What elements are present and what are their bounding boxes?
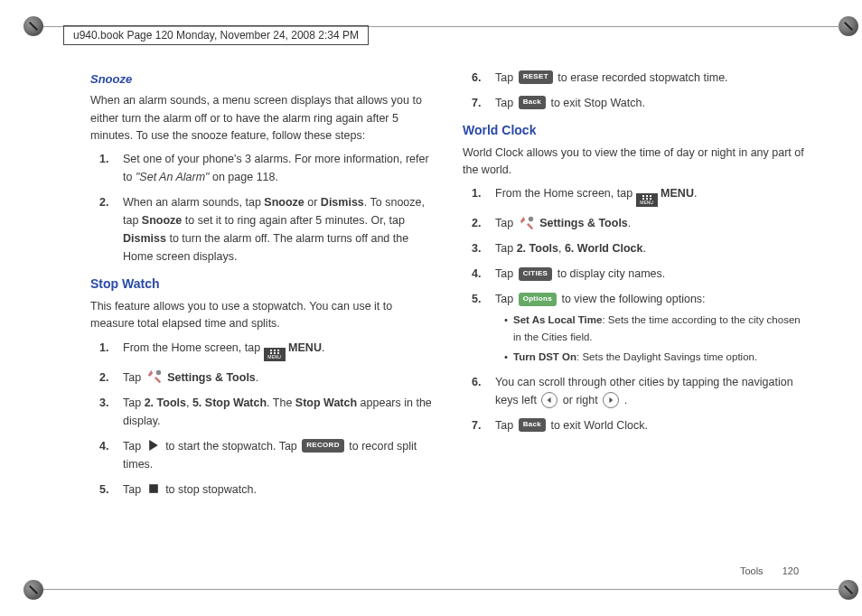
menu-icon: MENU: [636, 193, 658, 207]
text: to turn the alarm off. The alarm turns o…: [123, 232, 408, 263]
text: on page 118.: [210, 171, 278, 183]
options-bullets: Set As Local Time: Sets the time accordi…: [495, 312, 808, 365]
text: Tap: [123, 371, 145, 384]
list-item: 6. Tap RESET to erase recorded stopwatch…: [479, 69, 808, 87]
text: ,: [186, 397, 192, 409]
nav-left-icon: [541, 392, 557, 408]
stopwatch-intro: This feature allows you to use a stopwat…: [90, 298, 436, 333]
stopwatch-steps-cont: 6. Tap RESET to erase recorded stopwatch…: [463, 69, 808, 112]
heading-worldclock: World Clock: [463, 121, 808, 141]
text: to exit Stop Watch.: [550, 97, 644, 109]
page-number: 120: [782, 565, 799, 576]
crop-mark-icon: [839, 16, 858, 36]
list-item: 1. From the Home screen, tap MENU MENU.: [479, 184, 808, 207]
bold: Stop Watch: [295, 397, 357, 409]
text: You can scroll through other cities by t…: [495, 376, 793, 406]
bold: Set As Local Time: [513, 314, 602, 325]
text: Tap: [123, 440, 145, 453]
back-key-icon: Back: [519, 96, 546, 109]
crop-mark-icon: [839, 580, 858, 600]
text: to view the following options:: [561, 293, 705, 305]
text: to display city names.: [557, 267, 666, 280]
text: : Sets the Daylight Savings time option.: [576, 351, 757, 362]
text: to start the stopwatch. Tap: [165, 440, 300, 453]
text: to erase recorded stopwatch time.: [557, 71, 727, 84]
text: From the Home screen, tap: [495, 187, 636, 200]
ref-italic: "Set An Alarm": [136, 171, 210, 183]
worldclock-intro: World Clock allows you to view the time …: [463, 145, 808, 180]
settings-tools-icon: [146, 369, 163, 385]
text: Tap: [495, 293, 517, 305]
crop-mark-icon: [23, 580, 43, 600]
list-item: 4. Tap to start the stopwatch. Tap RECOR…: [107, 437, 436, 473]
snooze-steps: 1. Set one of your phone's 3 alarms. For…: [90, 150, 436, 266]
text: to set it to ring again after 5 minutes.…: [182, 214, 405, 227]
list-item: 7. Tap Back to exit Stop Watch.: [479, 94, 808, 112]
text: From the Home screen, tap: [123, 341, 264, 354]
text: Tap: [123, 397, 145, 409]
list-item: 5. Tap to stop stopwatch.: [107, 481, 436, 499]
bold: Dismiss: [123, 232, 166, 245]
reset-key-icon: RESET: [519, 70, 553, 84]
text: or right: [563, 394, 601, 406]
column-left: Snooze When an alarm sounds, a menu scre…: [90, 65, 436, 562]
bold: MENU: [288, 341, 322, 354]
list-item: 6. You can scroll through other cities b…: [479, 373, 808, 409]
bold: 6. World Clock: [565, 242, 643, 255]
text: Tap: [495, 97, 517, 109]
stopwatch-steps: 1. From the Home screen, tap MENU MENU. …: [90, 339, 436, 499]
settings-tools-icon: [519, 215, 535, 231]
list-item: 2. When an alarm sounds, tap Snooze or D…: [107, 193, 436, 266]
text: Tap: [495, 217, 517, 229]
text: or: [305, 196, 321, 209]
text: to stop stopwatch.: [165, 483, 257, 496]
bold: 2. Tools: [145, 397, 186, 409]
text: Tap: [495, 71, 517, 84]
crop-guide: [43, 589, 840, 590]
bold: 5. Stop Watch: [192, 397, 267, 409]
footer-section: Tools: [740, 565, 764, 576]
snooze-intro: When an alarm sounds, a menu screen disp…: [90, 92, 436, 145]
text: to exit World Clock.: [550, 419, 647, 432]
record-key-icon: RECORD: [302, 439, 343, 453]
list-item: 7. Tap Back to exit World Clock.: [479, 416, 808, 434]
heading-snooze: Snooze: [90, 70, 436, 89]
list-item: 2. Tap Settings & Tools.: [479, 214, 808, 232]
worldclock-steps: 1. From the Home screen, tap MENU MENU. …: [463, 184, 808, 434]
stop-icon: [146, 482, 161, 495]
column-right: 6. Tap RESET to erase recorded stopwatch…: [463, 65, 808, 562]
page-footer: Tools 120: [740, 565, 799, 576]
text: When an alarm sounds, tap: [123, 196, 264, 209]
text: Tap: [495, 419, 517, 432]
list-item: 1. From the Home screen, tap MENU MENU.: [107, 339, 436, 361]
list-item: Set As Local Time: Sets the time accordi…: [504, 312, 808, 345]
back-key-icon: Back: [519, 418, 546, 432]
text: Tap: [123, 483, 145, 496]
menu-icon: MENU: [264, 348, 286, 361]
bold: MENU: [661, 187, 694, 200]
bold: Settings & Tools: [167, 371, 256, 384]
bold: Snooze: [264, 196, 304, 209]
text: . The: [267, 397, 295, 409]
bold: Snooze: [142, 214, 182, 227]
svg-point-0: [155, 370, 160, 375]
crop-mark-icon: [23, 16, 43, 36]
options-key-icon: Options: [519, 293, 557, 306]
list-item: 5. Tap Options to view the following opt…: [479, 290, 808, 365]
nav-right-icon: [603, 392, 619, 408]
svg-point-2: [528, 217, 532, 221]
cities-key-icon: CITIES: [519, 267, 553, 281]
text: ,: [558, 242, 565, 255]
list-item: 2. Tap Settings & Tools.: [107, 369, 436, 387]
text: Tap: [495, 267, 517, 280]
bold: Dismiss: [321, 196, 364, 209]
bold: 2. Tools: [517, 242, 558, 255]
list-item: 4. Tap CITIES to display city names.: [479, 265, 808, 283]
bold: Turn DST On: [513, 351, 576, 362]
bold: Settings & Tools: [539, 217, 628, 229]
page-content: Snooze When an alarm sounds, a menu scre…: [90, 65, 808, 562]
list-item: Turn DST On: Sets the Daylight Savings t…: [504, 349, 808, 365]
page-reference: u940.book Page 120 Monday, November 24, …: [63, 25, 369, 45]
list-item: 3. Tap 2. Tools, 5. Stop Watch. The Stop…: [107, 394, 436, 430]
list-item: 1. Set one of your phone's 3 alarms. For…: [107, 150, 436, 186]
